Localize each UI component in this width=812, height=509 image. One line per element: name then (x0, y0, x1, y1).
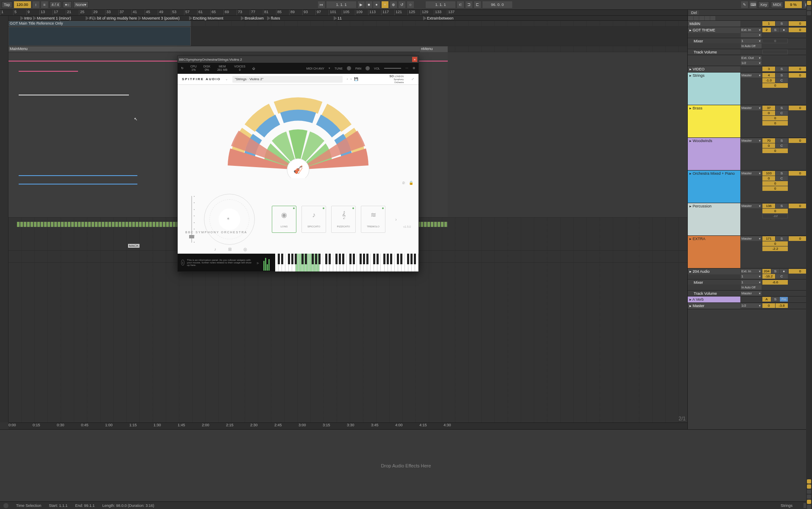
solo-button[interactable]: S (776, 73, 788, 78)
expression-knob[interactable]: ✶ (204, 194, 255, 245)
solo-button[interactable]: S (771, 28, 779, 32)
punch-out-icon[interactable]: ⊏ (474, 1, 481, 8)
track-number[interactable]: 2 (762, 28, 770, 32)
value-cell[interactable] (762, 50, 788, 54)
track-number[interactable]: 1 (762, 21, 775, 26)
piano-key-black[interactable] (318, 254, 321, 264)
value-cell[interactable]: 0 (762, 116, 788, 120)
piano-key-black[interactable] (329, 254, 331, 264)
track-number[interactable]: 3 (762, 67, 775, 71)
draw-mode-icon[interactable]: ✎ (741, 1, 748, 8)
locator-marker[interactable]: Enciting Movment (189, 16, 223, 21)
solo-button[interactable]: S (776, 171, 788, 176)
record-button[interactable]: ● (373, 1, 380, 8)
piano-key-black[interactable] (349, 254, 352, 264)
tap-tempo-button[interactable]: Tap (2, 1, 12, 8)
value-cell[interactable]: 0 (762, 39, 788, 43)
piano-key-black[interactable] (281, 254, 283, 264)
mapping-icon[interactable]: ⊞ (228, 247, 232, 252)
io-selector[interactable]: 1/2▾ (741, 61, 762, 65)
tempo-field[interactable]: 120.00 (14, 1, 31, 8)
solo-button[interactable]: S (771, 297, 779, 302)
track-name[interactable]: ▸ Woodwinds (688, 138, 740, 170)
solo-button[interactable]: S (776, 138, 788, 143)
sub-row-label[interactable]: Mixer (688, 280, 740, 285)
piano-key-black[interactable] (295, 254, 297, 264)
piano-key-black[interactable] (288, 254, 290, 264)
chevron-down-icon[interactable]: ⌄ (225, 77, 228, 81)
crossfade-toggle-icon[interactable] (807, 500, 811, 504)
automation-arm-button[interactable]: ⊕ (390, 1, 397, 8)
io-selector[interactable]: 1/2▾ (741, 303, 762, 308)
session-toggle-icon[interactable] (807, 1, 811, 5)
clip-mainmenu[interactable]: MainMenu (8, 46, 448, 52)
follow-icon[interactable]: ↦ (318, 1, 325, 8)
track-number[interactable]: 37 (762, 106, 775, 110)
piano-key-black[interactable] (397, 254, 399, 264)
sends-section-button[interactable] (694, 16, 699, 20)
midi-map-button[interactable]: MIDI (771, 1, 783, 8)
value-cell[interactable]: 0 (762, 148, 788, 153)
solo-button[interactable]: S (776, 67, 788, 71)
mic-mixer-fan[interactable]: 🎻 (209, 89, 387, 178)
crossfade-button[interactable]: C (776, 78, 788, 83)
io-section-button[interactable] (688, 16, 693, 20)
locator-marker[interactable]: bit of string muddy here (93, 16, 137, 21)
kbd-nav-icon[interactable]: ▷ (257, 261, 259, 264)
volume-slider[interactable] (384, 68, 401, 69)
track-number[interactable]: 204 (762, 269, 770, 274)
dynamics-slider[interactable] (188, 196, 195, 243)
delay-section-button[interactable] (710, 16, 715, 20)
device-drop-area[interactable]: Drop Audio Effects Here (0, 429, 812, 501)
loop-length[interactable]: 96. 0. 0 (483, 1, 512, 8)
solo-button[interactable]: S (776, 236, 788, 241)
io-toggle-icon[interactable] (807, 479, 811, 484)
send-value[interactable]: 0 (762, 209, 788, 213)
loop-start[interactable]: 1. 1. 1 (426, 1, 455, 8)
plugin-titlebar[interactable]: BBCSymphonyOrchestra/Strings:Violins 2 × (178, 56, 419, 63)
plugin-power-icon[interactable]: ⏻ (252, 67, 255, 70)
io-selector[interactable]: ▾ (741, 33, 762, 37)
piano-key-black[interactable] (363, 254, 365, 264)
stop-button[interactable]: ■ (366, 1, 372, 8)
next-preset-icon[interactable]: › (350, 77, 352, 81)
track-name[interactable]: ▸ Orchestra Mixed + Piano (688, 171, 740, 203)
arrangement-position[interactable]: 1. 1. 1 (326, 1, 356, 8)
sub-row-label[interactable]: Mixer (688, 38, 740, 43)
track-name[interactable]: ▸ GOT THEME (688, 27, 740, 33)
capture-midi-button[interactable]: ○ (407, 1, 414, 8)
delete-button[interactable]: Del (689, 11, 699, 15)
metronome-button[interactable]: ●○ (63, 1, 72, 8)
target-icon[interactable]: ◎ (243, 247, 247, 252)
sub-row-label[interactable]: Track Volume (688, 49, 740, 54)
track-name[interactable]: ▸ VIDEO (688, 66, 740, 72)
piano-key-black[interactable] (390, 254, 392, 264)
piano-key-black[interactable] (377, 254, 379, 264)
close-icon[interactable]: × (412, 57, 417, 62)
io-selector[interactable]: 1▾ (741, 274, 762, 279)
locator-marker[interactable]: 11 (334, 16, 342, 21)
track-name[interactable]: ▸ 204 Audio (688, 268, 740, 274)
track-number[interactable]: 103 (762, 171, 775, 176)
key-map-button[interactable]: Key (758, 1, 769, 8)
solo-button[interactable]: S (771, 269, 779, 274)
value-cell[interactable]: -inf (762, 214, 788, 218)
arm-button[interactable]: ● (780, 28, 788, 32)
io-selector[interactable]: Ext. Out▾ (741, 56, 762, 60)
clip-waveform[interactable] (8, 27, 191, 46)
keyboard-icon[interactable]: ⌨ (750, 1, 756, 8)
tune-knob[interactable] (347, 66, 351, 70)
strip-icon[interactable] (807, 11, 811, 15)
io-selector[interactable]: Master▾ (741, 236, 762, 241)
locator-lane[interactable]: IntroMovement 1 (minor)Fi...bit of strin… (8, 16, 687, 21)
value-cell[interactable]: 0 (762, 181, 788, 186)
track-number[interactable]: 136 (762, 204, 775, 208)
mixer-toggle-icon[interactable] (807, 495, 811, 499)
play-button[interactable]: ▶ (358, 1, 365, 8)
piano-key-black[interactable] (315, 254, 317, 264)
delay-toggle-icon[interactable] (807, 505, 811, 509)
returns-toggle-icon[interactable] (807, 489, 811, 494)
io-selector[interactable]: Master▾ (741, 204, 762, 208)
plugin-window[interactable]: BBCSymphonyOrchestra/Strings:Violins 2 ×… (177, 56, 419, 272)
nudge-down-icon[interactable]: ↕ (33, 1, 39, 8)
